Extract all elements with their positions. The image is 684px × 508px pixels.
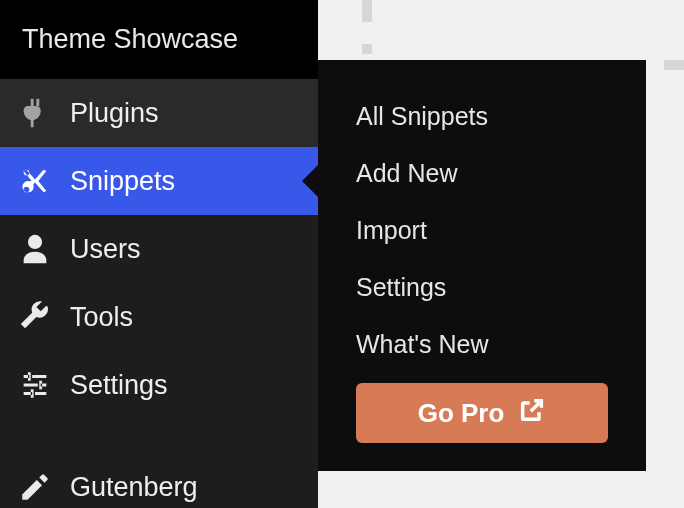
- submenu-item-label: Add New: [356, 159, 457, 187]
- sidebar-top-item[interactable]: Theme Showcase: [0, 0, 318, 79]
- sidebar-separator: [0, 419, 318, 453]
- pencil-icon: [18, 470, 52, 504]
- sidebar-item-label: Users: [70, 234, 141, 265]
- sidebar-item-label: Tools: [70, 302, 133, 333]
- submenu-item-add-new[interactable]: Add New: [318, 145, 646, 202]
- user-icon: [18, 232, 52, 266]
- snippets-submenu: All Snippets Add New Import Settings Wha…: [318, 60, 646, 471]
- sidebar-item-users[interactable]: Users: [0, 215, 318, 283]
- submenu-item-label: All Snippets: [356, 102, 488, 130]
- submenu-item-whats-new[interactable]: What's New: [318, 316, 646, 373]
- sidebar-item-label: Snippets: [70, 166, 175, 197]
- submenu-item-settings[interactable]: Settings: [318, 259, 646, 316]
- scissors-icon: [18, 164, 52, 198]
- plug-icon: [18, 96, 52, 130]
- sidebar-item-label: Gutenberg: [70, 472, 198, 503]
- sidebar-item-tools[interactable]: Tools: [0, 283, 318, 351]
- submenu-item-label: What's New: [356, 330, 489, 358]
- submenu-item-import[interactable]: Import: [318, 202, 646, 259]
- admin-sidebar: Theme Showcase Plugins Snippets Users To…: [0, 0, 318, 508]
- sidebar-item-snippets[interactable]: Snippets: [0, 147, 318, 215]
- sidebar-item-plugins[interactable]: Plugins: [0, 79, 318, 147]
- sidebar-top-label: Theme Showcase: [22, 24, 238, 54]
- sidebar-item-label: Settings: [70, 370, 168, 401]
- submenu-item-all-snippets[interactable]: All Snippets: [318, 88, 646, 145]
- submenu-item-label: Import: [356, 216, 427, 244]
- go-pro-label: Go Pro: [418, 398, 505, 429]
- sidebar-item-settings[interactable]: Settings: [0, 351, 318, 419]
- submenu-item-label: Settings: [356, 273, 446, 301]
- external-link-icon: [518, 396, 546, 431]
- wrench-icon: [18, 300, 52, 334]
- go-pro-button[interactable]: Go Pro: [356, 383, 608, 443]
- sidebar-item-label: Plugins: [70, 98, 159, 129]
- sliders-icon: [18, 368, 52, 402]
- sidebar-item-gutenberg[interactable]: Gutenberg: [0, 453, 318, 508]
